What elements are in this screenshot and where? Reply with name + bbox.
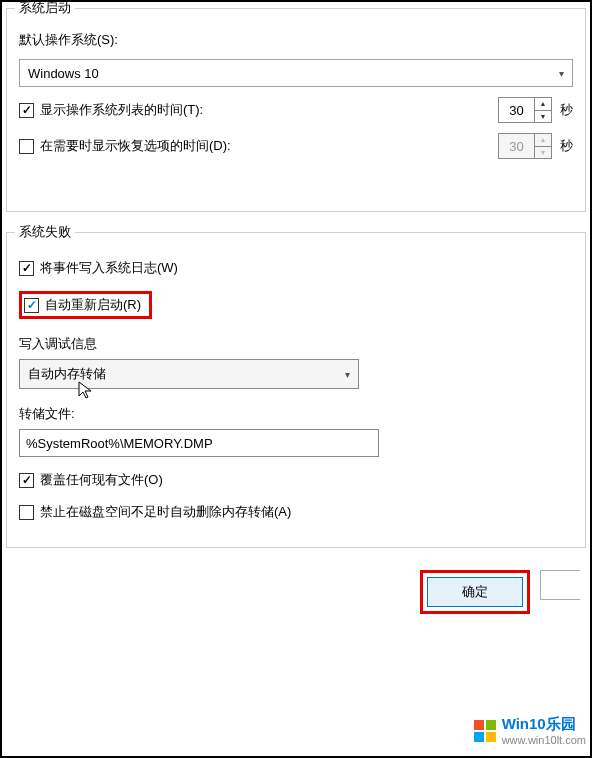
disable-low-disk-label: 禁止在磁盘空间不足时自动删除内存转储(A) bbox=[40, 503, 291, 521]
watermark-url: www.win10lt.com bbox=[502, 734, 586, 746]
watermark: Win10乐园 www.win10lt.com bbox=[468, 711, 592, 750]
auto-restart-label: 自动重新启动(R) bbox=[45, 296, 141, 314]
chevron-down-icon: ▾ bbox=[559, 68, 564, 79]
chevron-down-icon: ▾ bbox=[345, 369, 350, 380]
default-os-value: Windows 10 bbox=[28, 66, 99, 81]
dialog-buttons: 确定 bbox=[0, 556, 592, 614]
spinner-up-icon: ▲ bbox=[535, 134, 551, 147]
default-os-label-row: 默认操作系统(S): bbox=[19, 31, 573, 49]
overwrite-checkbox[interactable] bbox=[19, 473, 34, 488]
overwrite-label: 覆盖任何现有文件(O) bbox=[40, 471, 163, 489]
failure-title: 系统失败 bbox=[15, 223, 75, 241]
spinner-down-icon: ▼ bbox=[535, 147, 551, 159]
spinner-down-icon[interactable]: ▼ bbox=[535, 111, 551, 123]
show-recovery-label: 在需要时显示恢复选项的时间(D): bbox=[40, 137, 231, 155]
seconds-unit-1: 秒 bbox=[560, 101, 573, 119]
show-os-list-label: 显示操作系统列表的时间(T): bbox=[40, 101, 203, 119]
ok-button[interactable]: 确定 bbox=[427, 577, 523, 607]
auto-restart-highlight: 自动重新启动(R) bbox=[19, 291, 152, 319]
recovery-time-spinner: 30 ▲ ▼ bbox=[498, 133, 552, 159]
show-os-list-checkbox[interactable] bbox=[19, 103, 34, 118]
recovery-time-value: 30 bbox=[499, 134, 535, 158]
dump-file-input[interactable]: %SystemRoot%\MEMORY.DMP bbox=[19, 429, 379, 457]
write-event-label: 将事件写入系统日志(W) bbox=[40, 259, 178, 277]
watermark-brand: Win10乐园 bbox=[502, 715, 586, 734]
system-failure-group: 系统失败 将事件写入系统日志(W) 自动重新启动(R) 写入调试信息 自动内存转… bbox=[6, 232, 586, 548]
debug-info-label: 写入调试信息 bbox=[19, 335, 573, 353]
seconds-unit-2: 秒 bbox=[560, 137, 573, 155]
auto-restart-checkbox[interactable] bbox=[24, 298, 39, 313]
os-list-time-value: 30 bbox=[499, 98, 535, 122]
ok-button-highlight: 确定 bbox=[420, 570, 530, 614]
default-os-label: 默认操作系统(S): bbox=[19, 31, 118, 49]
os-list-time-spinner[interactable]: 30 ▲ ▼ bbox=[498, 97, 552, 123]
startup-title: 系统启动 bbox=[15, 0, 75, 17]
write-event-checkbox[interactable] bbox=[19, 261, 34, 276]
spinner-up-icon[interactable]: ▲ bbox=[535, 98, 551, 111]
windows-logo-icon bbox=[474, 720, 496, 742]
default-os-dropdown[interactable]: Windows 10 ▾ bbox=[19, 59, 573, 87]
show-recovery-checkbox[interactable] bbox=[19, 139, 34, 154]
dump-type-value: 自动内存转储 bbox=[28, 365, 106, 383]
disable-low-disk-checkbox[interactable] bbox=[19, 505, 34, 520]
dump-type-dropdown[interactable]: 自动内存转储 ▾ bbox=[19, 359, 359, 389]
dump-file-label: 转储文件: bbox=[19, 405, 573, 423]
cancel-button-partial[interactable] bbox=[540, 570, 580, 600]
ok-button-label: 确定 bbox=[462, 583, 488, 601]
system-startup-group: 系统启动 默认操作系统(S): Windows 10 ▾ 显示操作系统列表的时间… bbox=[6, 8, 586, 212]
dump-file-value: %SystemRoot%\MEMORY.DMP bbox=[26, 436, 213, 451]
